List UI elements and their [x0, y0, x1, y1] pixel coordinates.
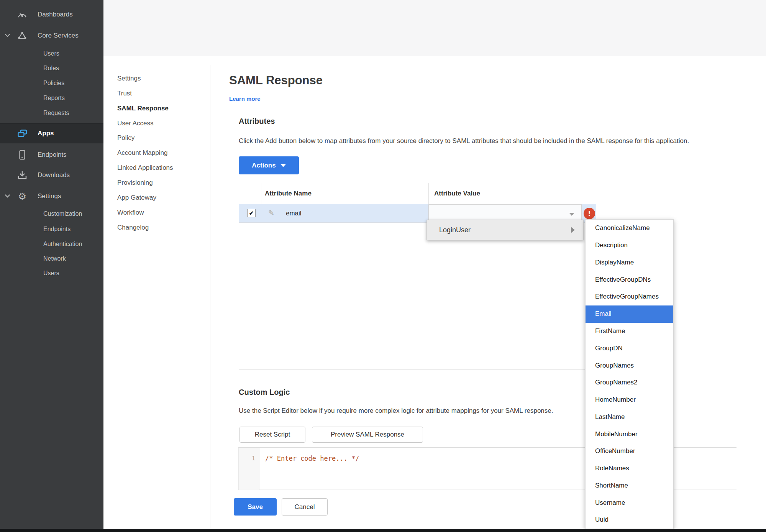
submenu-item-shortname[interactable]: ShortName	[586, 477, 673, 494]
attributes-heading: Attributes	[239, 117, 275, 126]
caret-down-icon	[569, 213, 574, 216]
submenu-item-effectivegroupnames[interactable]: EffectiveGroupNames	[586, 288, 673, 305]
sidebar-item-label: Downloads	[38, 171, 70, 179]
attribute-name-cell: email	[286, 204, 302, 223]
attributes-actions-button[interactable]: Actions	[239, 156, 299, 174]
sidebar-item-authentication[interactable]: Authentication	[0, 237, 103, 251]
chevron-down-icon	[5, 33, 11, 38]
submenu-item-officenumber[interactable]: OfficeNumber	[586, 443, 673, 460]
sidebar-subitem-label: Roles	[43, 65, 59, 72]
sidebar-subitem-label: Requests	[43, 110, 69, 117]
submenu-item-groupnames[interactable]: GroupNames	[586, 357, 673, 374]
tab-user-access[interactable]: User Access	[117, 118, 153, 129]
page-title: SAML Response	[229, 74, 323, 87]
sidebar-item-apps-active[interactable]: Apps	[0, 123, 103, 143]
line-number: 1	[252, 455, 255, 462]
custom-logic-heading: Custom Logic	[239, 388, 290, 397]
save-button[interactable]: Save	[234, 498, 277, 516]
editor-gutter: 1	[238, 448, 259, 490]
submenu-arrow-icon	[571, 227, 575, 233]
tab-changelog[interactable]: Changelog	[117, 222, 149, 233]
sidebar-item-label: Dashboards	[38, 11, 73, 18]
sidebar-item-label: Apps	[38, 130, 54, 137]
sidebar-item-label: Endpoints	[38, 151, 67, 159]
sidebar-item-users[interactable]: Users	[0, 47, 103, 61]
column-header-attribute-value: Attribute Value	[434, 183, 480, 204]
sidebar-item-users-settings[interactable]: Users	[0, 266, 103, 280]
sidebar-item-network[interactable]: Network	[0, 252, 103, 266]
sidebar-subitem-label: Network	[43, 255, 66, 262]
tab-workflow[interactable]: Workflow	[117, 207, 144, 218]
app-header	[103, 0, 766, 56]
column-divider	[261, 183, 261, 204]
mobile-device-icon	[17, 150, 28, 160]
sidebar-item-settings[interactable]: ⚙ Settings	[0, 189, 103, 203]
value-dropdown-loginuser[interactable]: LoginUser	[426, 220, 584, 240]
core-services-icon	[17, 31, 28, 41]
attribute-submenu: CanonicalizeName Description DisplayName…	[585, 219, 674, 529]
tab-provisioning[interactable]: Provisioning	[117, 177, 153, 189]
submenu-item-rolenames[interactable]: RoleNames	[586, 460, 673, 477]
submenu-item-groupnames2[interactable]: GroupNames2	[586, 374, 673, 391]
submenu-item-displayname[interactable]: DisplayName	[586, 254, 673, 271]
preview-saml-response-button[interactable]: Preview SAML Response	[312, 427, 423, 443]
sidebar-item-policies[interactable]: Policies	[0, 76, 103, 90]
submenu-item-lastname[interactable]: LastName	[586, 408, 673, 425]
sidebar-subitem-label: Authentication	[43, 241, 82, 248]
submenu-item-groupdn[interactable]: GroupDN	[586, 340, 673, 357]
sidebar-item-reports[interactable]: Reports	[0, 91, 103, 105]
caret-down-icon	[280, 164, 286, 167]
tab-saml-response[interactable]: SAML Response	[117, 103, 169, 114]
sidebar-item-endpoints-settings[interactable]: Endpoints	[0, 222, 103, 236]
submenu-item-description[interactable]: Description	[586, 237, 673, 254]
edit-pencil-icon[interactable]: ✎	[268, 209, 274, 217]
gear-icon: ⚙	[17, 191, 28, 201]
attributes-table: Attribute Name Attribute Value ✔ ✎ email…	[239, 183, 596, 370]
apps-icon	[17, 128, 28, 138]
row-checkbox[interactable]: ✔	[247, 209, 256, 217]
tab-policy[interactable]: Policy	[117, 132, 135, 144]
submenu-item-uuid[interactable]: Uuid	[586, 511, 673, 529]
attributes-description: Click the Add button below to map attrib…	[239, 137, 689, 145]
tab-trust[interactable]: Trust	[117, 88, 132, 99]
content-divider	[210, 65, 210, 528]
download-icon	[17, 170, 28, 180]
tab-linked-applications[interactable]: Linked Applications	[117, 162, 173, 174]
submenu-item-email-selected[interactable]: Email	[586, 305, 673, 323]
sidebar-item-core-services[interactable]: Core Services	[0, 29, 103, 43]
sidebar-item-downloads[interactable]: Downloads	[0, 168, 103, 182]
actions-button-label: Actions	[252, 162, 276, 169]
column-divider	[428, 183, 429, 204]
submenu-item-username[interactable]: Username	[586, 494, 673, 511]
submenu-item-firstname[interactable]: FirstName	[586, 323, 673, 340]
tab-account-mapping[interactable]: Account Mapping	[117, 147, 167, 159]
editor-code: /* Enter code here... */	[265, 455, 359, 462]
sidebar-item-label: Settings	[38, 192, 61, 200]
sidebar-item-customization[interactable]: Customization	[0, 207, 103, 221]
submenu-item-mobilenumber[interactable]: MobileNumber	[586, 425, 673, 443]
tab-settings[interactable]: Settings	[117, 73, 141, 84]
submenu-item-homenumber[interactable]: HomeNumber	[586, 391, 673, 409]
sidebar-item-dashboards[interactable]: Dashboards	[0, 8, 103, 21]
learn-more-link[interactable]: Learn more	[229, 95, 261, 102]
reset-script-button[interactable]: Reset Script	[239, 427, 305, 443]
custom-logic-description: Use the Script Editor below if you requi…	[239, 407, 553, 415]
column-header-attribute-name: Attribute Name	[265, 183, 312, 204]
gauge-icon	[17, 10, 28, 20]
sidebar-item-roles[interactable]: Roles	[0, 61, 103, 75]
sidebar-item-requests[interactable]: Requests	[0, 106, 103, 120]
cancel-button[interactable]: Cancel	[282, 498, 328, 516]
tab-app-gateway[interactable]: App Gateway	[117, 192, 156, 204]
sidebar-subitem-label: Policies	[43, 80, 64, 87]
submenu-item-effectivegroupdns[interactable]: EffectiveGroupDNs	[586, 271, 673, 288]
sidebar-subitem-label: Users	[43, 270, 59, 277]
submenu-item-canonicalizename[interactable]: CanonicalizeName	[586, 220, 673, 237]
dropdown-label: LoginUser	[439, 226, 471, 234]
sidebar-item-endpoints[interactable]: Endpoints	[0, 148, 103, 162]
sidebar-subitem-label: Reports	[43, 95, 65, 102]
sidebar-subitem-label: Customization	[43, 210, 82, 217]
chevron-down-icon	[5, 194, 11, 199]
sidebar: Dashboards Core Services Users Roles Pol…	[0, 0, 103, 532]
error-icon: !	[584, 208, 595, 219]
sidebar-subitem-label: Endpoints	[43, 226, 71, 233]
